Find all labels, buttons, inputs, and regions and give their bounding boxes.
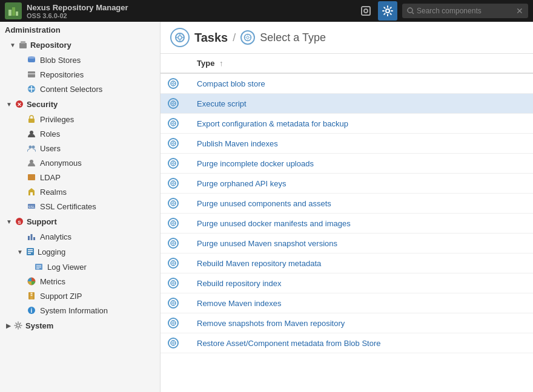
roles-icon xyxy=(27,129,36,139)
task-table: Type ↑ xyxy=(161,54,533,392)
task-type-cell: Compact blob store xyxy=(190,73,533,94)
sidebar-group-system-header[interactable]: ▶ System xyxy=(0,318,160,333)
table-row[interactable]: Remove snapshots from Maven repository xyxy=(161,313,533,333)
svg-point-21 xyxy=(29,146,32,149)
content-area: Tasks / Select a Type xyxy=(161,22,533,392)
sidebar-item-ldap[interactable]: LDAP xyxy=(0,170,160,185)
breadcrumb-separator: / xyxy=(233,31,236,44)
svg-rect-25 xyxy=(30,192,33,195)
svg-rect-3 xyxy=(362,7,370,15)
task-row-icon xyxy=(168,218,179,229)
svg-text:✕: ✕ xyxy=(17,102,22,108)
type-icon-col-header xyxy=(161,54,190,73)
sidebar-item-realms[interactable]: Realms xyxy=(0,185,160,199)
sidebar-group-security: ▼ ✕ Security Privileges xyxy=(0,96,160,214)
table-row[interactable]: Purge orphaned API keys xyxy=(161,174,533,194)
svg-rect-2 xyxy=(16,11,18,16)
sidebar-item-content-selectors[interactable]: Content Selectors xyxy=(0,82,160,96)
sidebar-group-repository: ▼ Repository Blob Stores xyxy=(0,37,160,96)
topbar-icons: ✕ xyxy=(356,1,528,21)
sidebar-item-log-viewer[interactable]: Log Viewer xyxy=(0,260,160,274)
table-row[interactable]: Purge unused components and assets xyxy=(161,194,533,214)
task-type-cell: Purge orphaned API keys xyxy=(190,174,533,194)
svg-rect-32 xyxy=(33,237,35,240)
sidebar-group-support-header[interactable]: ▼ S Support xyxy=(0,214,160,229)
table-row[interactable]: Rebuild repository index xyxy=(161,273,533,293)
svg-point-134 xyxy=(173,322,174,324)
users-icon xyxy=(27,143,36,153)
breadcrumb-sub-label: Select a Type xyxy=(260,31,326,44)
analytics-icon xyxy=(27,232,36,241)
ldap-icon xyxy=(27,172,36,182)
search-box[interactable]: ✕ xyxy=(402,4,528,18)
task-row-icon xyxy=(168,338,179,348)
collapse-logging-icon: ▼ xyxy=(17,249,23,255)
breadcrumb-title: Tasks xyxy=(194,31,228,45)
svg-rect-36 xyxy=(28,253,31,254)
task-type-cell: Rebuild Maven repository metadata xyxy=(190,253,533,273)
sidebar-item-repositories[interactable]: Repositories xyxy=(0,67,160,82)
svg-rect-34 xyxy=(28,249,33,250)
sidebar-item-blob-stores[interactable]: Blob Stores xyxy=(0,53,160,67)
task-row-icon xyxy=(168,98,179,109)
collapse-repository-icon: ▼ xyxy=(10,42,16,48)
svg-point-80 xyxy=(173,143,174,145)
svg-point-86 xyxy=(173,163,174,165)
table-row[interactable]: Publish Maven indexes xyxy=(161,134,533,154)
table-row[interactable]: Remove Maven indexes xyxy=(161,293,533,313)
table-row[interactable]: Purge unused Maven snapshot versions xyxy=(161,234,533,253)
svg-point-11 xyxy=(28,56,35,59)
table-row[interactable]: Compact blob store xyxy=(161,73,533,94)
support-zip-icon xyxy=(27,291,36,301)
sidebar-group-logging-header[interactable]: ▼ Logging xyxy=(0,244,160,260)
breadcrumb-sub-icon xyxy=(240,30,255,45)
table-row[interactable]: Restore Asset/Component metadata from Bl… xyxy=(161,333,533,353)
table-row[interactable]: Execute script xyxy=(161,94,533,114)
sidebar-item-support-zip[interactable]: Support ZIP xyxy=(0,289,160,303)
svg-rect-31 xyxy=(31,234,33,240)
task-row-icon xyxy=(168,178,179,189)
table-row[interactable]: Purge unused docker manifests and images xyxy=(161,214,533,234)
sidebar-admin-header: Administration xyxy=(0,22,160,37)
system-info-icon: i xyxy=(27,305,36,315)
svg-text:S: S xyxy=(18,220,21,225)
svg-rect-8 xyxy=(19,43,27,48)
svg-point-6 xyxy=(408,8,412,13)
task-type-cell: Export configuration & metadata for back… xyxy=(190,114,533,134)
sidebar-item-roles[interactable]: Roles xyxy=(0,126,160,141)
table-row[interactable]: Purge incomplete docker uploads xyxy=(161,154,533,174)
search-clear-icon[interactable]: ✕ xyxy=(516,6,523,16)
sidebar-item-anonymous[interactable]: Anonymous xyxy=(0,155,160,170)
task-type-cell: Execute script xyxy=(190,94,533,114)
settings-icon-btn[interactable] xyxy=(378,1,397,21)
blob-stores-icon xyxy=(27,55,36,65)
search-icon xyxy=(407,7,414,15)
search-input[interactable] xyxy=(417,7,514,15)
task-row-icon xyxy=(168,118,179,129)
svg-point-62 xyxy=(173,83,174,85)
task-type-cell: Rebuild repository index xyxy=(190,273,533,293)
sidebar-group-repository-header[interactable]: ▼ Repository xyxy=(0,37,160,53)
sidebar-group-security-header[interactable]: ▼ ✕ Security xyxy=(0,96,160,112)
table-row[interactable]: Export configuration & metadata for back… xyxy=(161,114,533,134)
realms-icon xyxy=(27,187,36,197)
content-selectors-icon xyxy=(27,84,36,94)
svg-rect-24 xyxy=(28,174,35,180)
sidebar-group-support-label: Support xyxy=(27,217,57,226)
sidebar-item-system-info[interactable]: i System Information xyxy=(0,303,160,318)
svg-point-4 xyxy=(364,9,368,13)
svg-rect-0 xyxy=(8,10,12,16)
sidebar-item-users[interactable]: Users xyxy=(0,141,160,155)
svg-text:SSL: SSL xyxy=(28,205,35,209)
svg-point-110 xyxy=(173,243,174,244)
sidebar-group-system-label: System xyxy=(25,321,53,330)
type-col-header[interactable]: Type ↑ xyxy=(190,54,533,73)
sidebar-item-privileges[interactable]: Privileges xyxy=(0,112,160,126)
sidebar-item-analytics[interactable]: Analytics xyxy=(0,229,160,244)
table-row[interactable]: Rebuild Maven repository metadata xyxy=(161,253,533,273)
sidebar-group-system: ▶ System xyxy=(0,318,160,333)
browse-icon-btn[interactable] xyxy=(356,1,376,21)
sidebar-item-ssl-certs[interactable]: SSL SSL Certificates xyxy=(0,199,160,214)
sidebar-item-metrics[interactable]: Metrics xyxy=(0,274,160,289)
svg-rect-35 xyxy=(28,251,33,252)
